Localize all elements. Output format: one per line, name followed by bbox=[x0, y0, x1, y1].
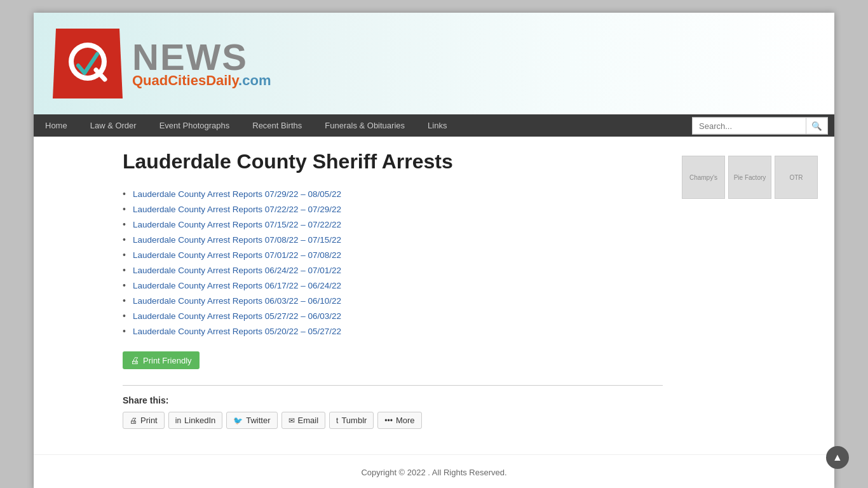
share-print-button[interactable]: 🖨Print bbox=[123, 412, 165, 429]
page-title: Lauderdale County Sheriff Arrests bbox=[123, 149, 663, 173]
twitter-icon: 🐦 bbox=[233, 416, 243, 425]
main-nav: Home Law & Order Event Photographs Recen… bbox=[34, 114, 834, 137]
site-logo-icon bbox=[46, 22, 129, 105]
list-item: Lauderdale County Arrest Reports 06/24/2… bbox=[123, 262, 663, 278]
article-list: Lauderdale County Arrest Reports 07/29/2… bbox=[123, 186, 663, 339]
nav-links[interactable]: Links bbox=[416, 114, 458, 137]
tagline-com: .com bbox=[238, 72, 271, 88]
share-more-button[interactable]: •••More bbox=[377, 412, 421, 429]
print-btn-label: Print Friendly bbox=[143, 356, 192, 365]
list-item: Lauderdale County Arrest Reports 05/20/2… bbox=[123, 323, 663, 339]
logo-text: NEWS QuadCitiesDaily.com bbox=[132, 39, 271, 89]
article-link[interactable]: Lauderdale County Arrest Reports 07/01/2… bbox=[133, 250, 341, 260]
page-footer: Copyright © 2022 . All Rights Reserved. bbox=[34, 454, 834, 488]
article-link[interactable]: Lauderdale County Arrest Reports 06/24/2… bbox=[133, 266, 341, 275]
ad-pie-factory[interactable]: Pie Factory bbox=[728, 156, 771, 199]
list-item: Lauderdale County Arrest Reports 06/03/2… bbox=[123, 293, 663, 308]
logo-news-text: NEWS bbox=[132, 39, 271, 76]
tumblr-icon: t bbox=[336, 416, 338, 425]
list-item: Lauderdale County Arrest Reports 06/17/2… bbox=[123, 278, 663, 293]
article-link[interactable]: Lauderdale County Arrest Reports 06/17/2… bbox=[133, 281, 341, 290]
article-link[interactable]: Lauderdale County Arrest Reports 07/08/2… bbox=[133, 235, 341, 245]
search-button[interactable]: 🔍 bbox=[806, 117, 828, 134]
share-linkedin-button[interactable]: inLinkedIn bbox=[168, 412, 223, 429]
article-link[interactable]: Lauderdale County Arrest Reports 07/29/2… bbox=[133, 189, 341, 199]
printer-icon: 🖨 bbox=[130, 355, 139, 365]
list-item: Lauderdale County Arrest Reports 07/29/2… bbox=[123, 186, 663, 201]
share-twitter-button[interactable]: 🐦Twitter bbox=[226, 412, 277, 429]
article-link[interactable]: Lauderdale County Arrest Reports 07/22/2… bbox=[133, 205, 341, 214]
more-icon: ••• bbox=[384, 416, 393, 425]
article-link[interactable]: Lauderdale County Arrest Reports 06/03/2… bbox=[133, 296, 341, 306]
article-link[interactable]: Lauderdale County Arrest Reports 05/20/2… bbox=[133, 327, 341, 336]
tagline-qcd: QuadCitiesDaily bbox=[132, 72, 238, 88]
site-header: NEWS QuadCitiesDaily.com bbox=[34, 13, 834, 114]
print-icon: 🖨 bbox=[130, 416, 137, 425]
email-icon: ✉ bbox=[288, 416, 295, 425]
share-label: Share this: bbox=[123, 395, 663, 405]
list-item: Lauderdale County Arrest Reports 07/08/2… bbox=[123, 232, 663, 247]
divider bbox=[123, 385, 663, 386]
copyright-text: Copyright © 2022 . All Rights Reserved. bbox=[361, 468, 506, 477]
ad-otr[interactable]: OTR bbox=[775, 156, 818, 199]
share-buttons: 🖨PrintinLinkedIn🐦Twitter✉EmailtTumblr•••… bbox=[123, 412, 663, 429]
content-area: Lauderdale County Sheriff Arrests Lauder… bbox=[34, 137, 834, 454]
article-link[interactable]: Lauderdale County Arrest Reports 07/15/2… bbox=[133, 220, 341, 229]
nav-event-photographs[interactable]: Event Photographs bbox=[148, 114, 241, 137]
linkedin-icon: in bbox=[175, 416, 181, 425]
search-input[interactable] bbox=[692, 117, 806, 134]
print-friendly-button[interactable]: 🖨 Print Friendly bbox=[123, 351, 200, 369]
main-content: Lauderdale County Sheriff Arrests Lauder… bbox=[46, 149, 675, 442]
nav-recent-births[interactable]: Recent Births bbox=[241, 114, 313, 137]
list-item: Lauderdale County Arrest Reports 07/15/2… bbox=[123, 217, 663, 232]
sidebar-ads: Champy's Pie Factory OTR bbox=[682, 156, 822, 199]
share-tumblr-button[interactable]: tTumblr bbox=[329, 412, 374, 429]
list-item: Lauderdale County Arrest Reports 07/22/2… bbox=[123, 201, 663, 217]
ad-champys[interactable]: Champy's bbox=[682, 156, 725, 199]
logo-tagline: QuadCitiesDaily.com bbox=[132, 72, 271, 89]
sidebar: Champy's Pie Factory OTR bbox=[675, 149, 822, 442]
logo-container: NEWS QuadCitiesDaily.com bbox=[46, 22, 271, 105]
share-email-button[interactable]: ✉Email bbox=[281, 412, 326, 429]
list-item: Lauderdale County Arrest Reports 07/01/2… bbox=[123, 247, 663, 262]
article-link[interactable]: Lauderdale County Arrest Reports 05/27/2… bbox=[133, 311, 341, 321]
nav-funerals-obituaries[interactable]: Funerals & Obituaries bbox=[313, 114, 416, 137]
search-box: 🔍 bbox=[692, 117, 828, 134]
page-wrapper: NEWS QuadCitiesDaily.com Home Law & Orde… bbox=[34, 13, 834, 488]
scroll-to-top-button[interactable]: ▲ bbox=[826, 446, 849, 469]
nav-law-order[interactable]: Law & Order bbox=[79, 114, 148, 137]
nav-home[interactable]: Home bbox=[34, 114, 79, 137]
list-item: Lauderdale County Arrest Reports 05/27/2… bbox=[123, 308, 663, 323]
